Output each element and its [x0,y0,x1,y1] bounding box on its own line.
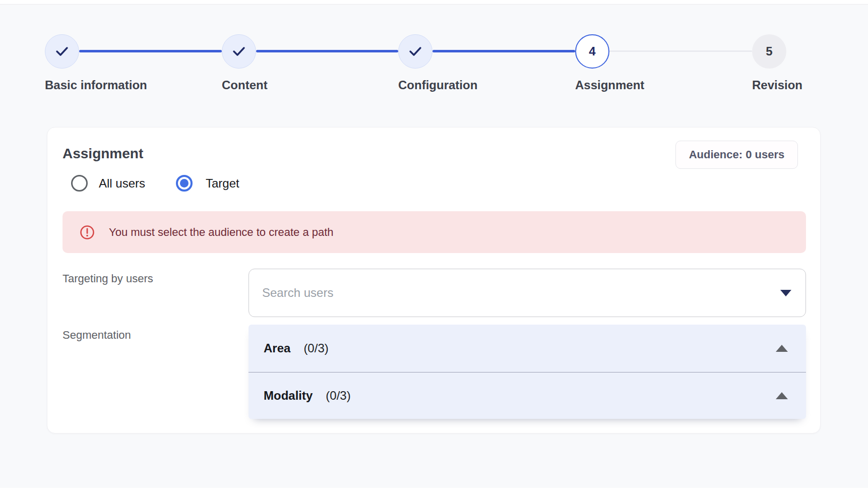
accordion-header-area[interactable]: Area (0/3) [249,325,806,372]
accordion-header-modality[interactable]: Modality (0/3) [249,372,806,419]
connector-completed [256,50,398,52]
targeting-by-users-label: Targeting by users [63,272,153,285]
radio-all-users-label[interactable]: All users [99,176,145,191]
audience-count-badge: Audience: 0 users [675,141,798,169]
accordion-count: (0/3) [303,341,328,355]
error-alert: You must select the audience to create a… [63,211,806,253]
exclamation-circle-icon [80,225,95,240]
step-label-content: Content [222,78,268,92]
step-label-revision: Revision [752,78,802,92]
check-icon [53,43,71,60]
radio-target[interactable] [176,175,193,192]
step-label-basic-information: Basic information [45,78,147,92]
step-label-configuration: Configuration [398,78,477,92]
page: Basic information Content Configuration … [0,0,868,495]
chevron-down-icon [780,290,791,296]
check-icon [230,43,247,60]
connector-completed [432,50,575,52]
accordion-title: Area [264,341,290,355]
chevron-up-icon [776,392,788,399]
search-users-input[interactable] [262,269,756,317]
step-label-assignment: Assignment [575,78,644,92]
audience-radio-group: All users Target [47,175,820,192]
user-search-select[interactable] [249,269,806,317]
connector-completed [79,50,222,52]
step-circle-assignment[interactable]: 4 [575,34,609,69]
check-icon [407,43,424,60]
card-title: Assignment [63,146,143,162]
step-number: 4 [589,44,595,58]
step-circle-configuration[interactable] [398,34,432,69]
radio-target-label[interactable]: Target [206,176,239,191]
error-alert-text: You must select the audience to create a… [109,226,334,239]
segmentation-label: Segmentation [63,329,131,342]
step-circle-revision[interactable]: 5 [752,34,786,69]
connector-upcoming [609,50,752,52]
step-circle-basic-information[interactable] [45,34,79,69]
chevron-up-icon [776,345,788,352]
segmentation-accordion: Area (0/3) Modality (0/3) [249,325,806,419]
accordion-title: Modality [264,389,313,403]
radio-all-users[interactable] [71,175,88,192]
step-circle-content[interactable] [222,34,256,69]
assignment-card: Assignment Audience: 0 users All users T… [47,127,821,434]
accordion-count: (0/3) [326,389,350,403]
step-number: 5 [766,44,772,58]
